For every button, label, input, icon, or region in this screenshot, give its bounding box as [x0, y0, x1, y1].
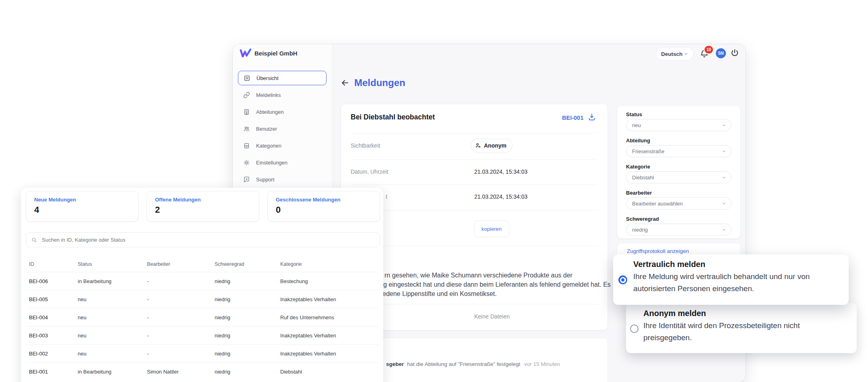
chevron-down-icon [722, 201, 726, 206]
sidebar-item-label: Meldelinks [256, 92, 281, 98]
page-title: Meldungen [354, 77, 405, 88]
status-select-value: neu [632, 122, 641, 128]
table-row[interactable]: BEI-006 in Bearbeitung - niedrig Bestech… [26, 272, 378, 290]
visibility-badge: Anonym [471, 139, 513, 152]
cell-schweregrad: niedrig [215, 345, 230, 363]
stat-card-neue-meldungen: Neue Meldungen 4 [26, 191, 138, 222]
company-logo-icon [240, 48, 252, 59]
column-header: ID [29, 261, 34, 267]
building-icon [243, 109, 250, 115]
activity-time: vor 15 Minuten [524, 361, 560, 367]
column-header: Status [78, 261, 92, 267]
properties-panel: Status neu Abteilung Friesenstraße Kateg… [617, 105, 741, 239]
date-label: Datum, Uhrzeit [351, 168, 388, 175]
radio-anonym[interactable] [630, 324, 639, 333]
sidebar-item-label: Einstellungen [256, 160, 287, 166]
cell-id: BEI-003 [29, 327, 48, 345]
dashboard-panel: Neue Meldungen 4 Offene Meldungen 2 Gesc… [21, 188, 383, 382]
cell-id: BEI-001 [29, 363, 48, 381]
status-select[interactable]: neu [626, 119, 732, 131]
activity-action: hat die Abteilung auf "Friesenstraße" fe… [407, 361, 520, 367]
sidebar-item-kategorien[interactable]: Kategorien [238, 138, 327, 153]
cell-schweregrad: niedrig [215, 363, 230, 381]
option-card-anonym: Anonym melden Ihre Identität wird den Pr… [626, 303, 857, 353]
category-select[interactable]: Diebstahl [626, 171, 732, 183]
option-description: Ihre Identität wird den Prozessbeteiligt… [643, 320, 800, 344]
description-line: rn gesehen, wie Maike Schumann verschied… [384, 272, 572, 279]
cell-schweregrad: niedrig [215, 272, 230, 290]
access-log-link[interactable]: Zugriffsprotokoll anzeigen [627, 248, 689, 254]
visibility-label: Sichtbarkeit [351, 142, 380, 149]
field-label: Abteilung [626, 138, 650, 144]
option-description-line: Ihre Meldung wird vertraulich behandelt … [633, 271, 810, 283]
download-icon [587, 113, 596, 121]
search-icon [31, 237, 37, 243]
stat-value: 2 [155, 205, 160, 215]
option-description-line: autorisierten Personen eingesehen. [633, 283, 810, 295]
activity-entry: sgeber hat die Abteilung auf "Friesenstr… [386, 361, 560, 367]
option-description-line: Ihre Identität wird den Prozessbeteiligt… [643, 320, 800, 332]
cell-status: neu [78, 345, 87, 363]
language-selector[interactable]: Deutsch [656, 47, 694, 61]
sidebar-item-label: Benutzer [256, 126, 277, 132]
download-button[interactable] [587, 113, 596, 121]
sidebar-item-uebersicht[interactable]: Übersicht [238, 71, 327, 85]
document-overview-icon [244, 75, 250, 82]
activity-actor-fragment: sgeber [386, 361, 404, 367]
cell-bearbeiter: - [147, 308, 149, 327]
field-label: Schweregrad [626, 216, 659, 222]
cell-status: neu [78, 327, 87, 345]
cell-schweregrad: niedrig [215, 290, 230, 308]
cell-status: in Bearbeitung [78, 272, 112, 290]
files-value: Keine Dateien [474, 313, 510, 320]
radio-vertraulich[interactable] [618, 275, 627, 284]
copy-button[interactable]: kopieren [474, 220, 509, 237]
back-arrow-icon [341, 78, 350, 87]
notifications-button[interactable]: 10 [699, 47, 715, 62]
report-id-link[interactable]: BEI-001 [562, 115, 583, 121]
sidebar-item-abteilungen[interactable]: Abteilungen [238, 105, 327, 119]
sidebar-item-einstellungen[interactable]: Einstellungen [238, 155, 327, 170]
cell-id: BEI-004 [29, 308, 48, 327]
radio-ring [620, 277, 626, 283]
chevron-down-icon [722, 149, 726, 154]
department-select[interactable]: Friesenstraße [626, 145, 732, 157]
brand: Beispiel GmbH [240, 48, 298, 59]
sidebar-item-label: Support [256, 177, 275, 183]
search-input[interactable] [41, 236, 375, 243]
company-name: Beispiel GmbH [254, 50, 298, 57]
avatar[interactable]: SN [716, 48, 726, 58]
sidebar-item-label: Abteilungen [256, 109, 284, 115]
cell-id: BEI-005 [29, 290, 48, 308]
chevron-down-icon [722, 175, 726, 180]
table-row[interactable]: BEI-001 in Bearbeitung Simon Nattler nie… [26, 362, 378, 381]
assignee-select[interactable]: Bearbeiter auswählen [626, 197, 732, 209]
table-row[interactable]: BEI-002 neu - niedrig Inakzeptables Verh… [26, 344, 378, 363]
cell-id: BEI-002 [29, 345, 48, 363]
stat-card-offene-meldungen: Offene Meldungen 2 [147, 191, 259, 222]
sidebar-item-meldelinks[interactable]: Meldelinks [238, 88, 327, 102]
table-row[interactable]: BEI-005 neu - niedrig Inakzeptables Verh… [26, 290, 378, 308]
back-button[interactable] [341, 78, 350, 88]
table-row[interactable]: BEI-004 neu - niedrig Ruf des Unternehme… [26, 308, 378, 327]
assignee-select-value: Bearbeiter auswählen [632, 201, 683, 207]
cell-status: neu [78, 308, 87, 327]
sidebar-item-benutzer[interactable]: Benutzer [238, 121, 327, 136]
category-select-value: Diebstahl [632, 175, 654, 181]
table-row[interactable]: BEI-003 neu - niedrig Inakzeptables Verh… [26, 326, 378, 345]
cell-id: BEI-006 [29, 272, 48, 290]
cell-kategorie: Ruf des Unternehmens [280, 308, 334, 327]
stat-card-geschlossene-meldungen: Geschlossene Meldungen 0 [267, 191, 380, 222]
stat-value: 4 [34, 205, 39, 215]
cell-status: neu [78, 290, 87, 308]
sidebar-item-support[interactable]: Support [238, 172, 327, 187]
severity-select[interactable]: niedrig [626, 224, 732, 236]
chevron-down-icon [722, 228, 726, 232]
archive-box-icon [243, 142, 250, 149]
cell-status: in Bearbeitung [78, 363, 112, 381]
cell-kategorie: Diebstahl [280, 363, 302, 381]
logout-button[interactable] [730, 48, 740, 58]
option-title: Vertraulich melden [633, 260, 705, 269]
chevron-down-icon [722, 123, 726, 127]
cell-kategorie: Inakzeptables Verhalten [280, 290, 336, 308]
